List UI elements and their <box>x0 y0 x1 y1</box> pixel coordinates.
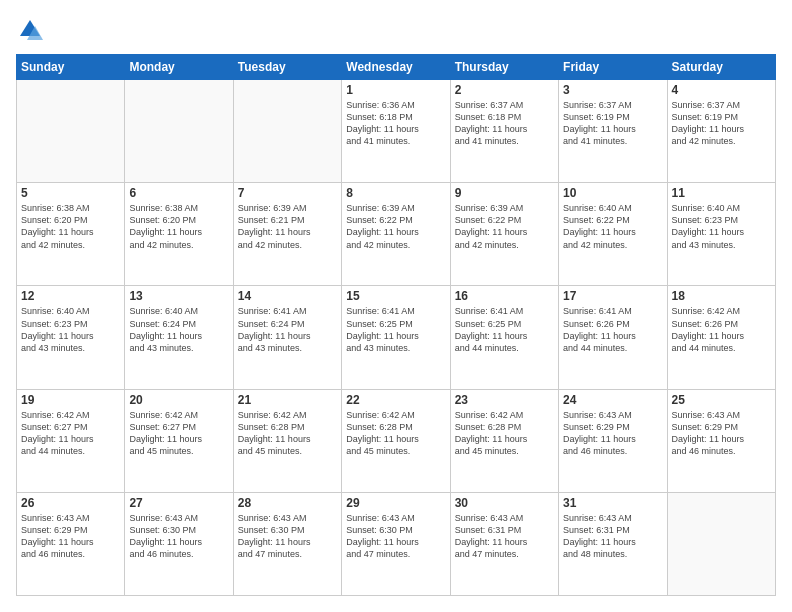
day-info: Sunrise: 6:40 AM Sunset: 6:24 PM Dayligh… <box>129 305 228 354</box>
calendar-cell: 17Sunrise: 6:41 AM Sunset: 6:26 PM Dayli… <box>559 286 667 389</box>
day-info: Sunrise: 6:36 AM Sunset: 6:18 PM Dayligh… <box>346 99 445 148</box>
day-number: 13 <box>129 289 228 303</box>
calendar-cell: 15Sunrise: 6:41 AM Sunset: 6:25 PM Dayli… <box>342 286 450 389</box>
calendar-cell: 20Sunrise: 6:42 AM Sunset: 6:27 PM Dayli… <box>125 389 233 492</box>
day-number: 7 <box>238 186 337 200</box>
calendar-week-4: 19Sunrise: 6:42 AM Sunset: 6:27 PM Dayli… <box>17 389 776 492</box>
calendar-cell: 26Sunrise: 6:43 AM Sunset: 6:29 PM Dayli… <box>17 492 125 595</box>
day-info: Sunrise: 6:42 AM Sunset: 6:26 PM Dayligh… <box>672 305 771 354</box>
calendar-table: SundayMondayTuesdayWednesdayThursdayFrid… <box>16 54 776 596</box>
day-number: 27 <box>129 496 228 510</box>
day-info: Sunrise: 6:39 AM Sunset: 6:22 PM Dayligh… <box>346 202 445 251</box>
calendar-cell: 4Sunrise: 6:37 AM Sunset: 6:19 PM Daylig… <box>667 80 775 183</box>
calendar-week-5: 26Sunrise: 6:43 AM Sunset: 6:29 PM Dayli… <box>17 492 776 595</box>
calendar-cell: 29Sunrise: 6:43 AM Sunset: 6:30 PM Dayli… <box>342 492 450 595</box>
calendar-cell: 27Sunrise: 6:43 AM Sunset: 6:30 PM Dayli… <box>125 492 233 595</box>
logo-icon <box>16 16 44 44</box>
calendar-cell: 7Sunrise: 6:39 AM Sunset: 6:21 PM Daylig… <box>233 183 341 286</box>
calendar-cell: 21Sunrise: 6:42 AM Sunset: 6:28 PM Dayli… <box>233 389 341 492</box>
day-number: 15 <box>346 289 445 303</box>
day-info: Sunrise: 6:42 AM Sunset: 6:28 PM Dayligh… <box>455 409 554 458</box>
calendar-cell: 14Sunrise: 6:41 AM Sunset: 6:24 PM Dayli… <box>233 286 341 389</box>
day-info: Sunrise: 6:43 AM Sunset: 6:31 PM Dayligh… <box>563 512 662 561</box>
day-info: Sunrise: 6:43 AM Sunset: 6:29 PM Dayligh… <box>672 409 771 458</box>
day-number: 18 <box>672 289 771 303</box>
calendar-cell: 30Sunrise: 6:43 AM Sunset: 6:31 PM Dayli… <box>450 492 558 595</box>
day-number: 16 <box>455 289 554 303</box>
page: SundayMondayTuesdayWednesdayThursdayFrid… <box>0 0 792 612</box>
day-number: 11 <box>672 186 771 200</box>
day-info: Sunrise: 6:38 AM Sunset: 6:20 PM Dayligh… <box>129 202 228 251</box>
calendar-cell: 24Sunrise: 6:43 AM Sunset: 6:29 PM Dayli… <box>559 389 667 492</box>
calendar-cell: 5Sunrise: 6:38 AM Sunset: 6:20 PM Daylig… <box>17 183 125 286</box>
day-info: Sunrise: 6:43 AM Sunset: 6:30 PM Dayligh… <box>238 512 337 561</box>
day-number: 19 <box>21 393 120 407</box>
calendar-cell <box>17 80 125 183</box>
day-info: Sunrise: 6:41 AM Sunset: 6:25 PM Dayligh… <box>455 305 554 354</box>
day-number: 29 <box>346 496 445 510</box>
day-number: 4 <box>672 83 771 97</box>
day-info: Sunrise: 6:40 AM Sunset: 6:23 PM Dayligh… <box>21 305 120 354</box>
calendar-cell: 3Sunrise: 6:37 AM Sunset: 6:19 PM Daylig… <box>559 80 667 183</box>
day-info: Sunrise: 6:43 AM Sunset: 6:29 PM Dayligh… <box>21 512 120 561</box>
day-number: 20 <box>129 393 228 407</box>
calendar-cell: 19Sunrise: 6:42 AM Sunset: 6:27 PM Dayli… <box>17 389 125 492</box>
day-number: 24 <box>563 393 662 407</box>
weekday-header-thursday: Thursday <box>450 55 558 80</box>
day-number: 31 <box>563 496 662 510</box>
calendar-cell: 9Sunrise: 6:39 AM Sunset: 6:22 PM Daylig… <box>450 183 558 286</box>
calendar-cell <box>667 492 775 595</box>
calendar-cell: 16Sunrise: 6:41 AM Sunset: 6:25 PM Dayli… <box>450 286 558 389</box>
calendar-cell: 11Sunrise: 6:40 AM Sunset: 6:23 PM Dayli… <box>667 183 775 286</box>
calendar-cell <box>233 80 341 183</box>
calendar-cell: 6Sunrise: 6:38 AM Sunset: 6:20 PM Daylig… <box>125 183 233 286</box>
day-info: Sunrise: 6:39 AM Sunset: 6:21 PM Dayligh… <box>238 202 337 251</box>
weekday-header-saturday: Saturday <box>667 55 775 80</box>
calendar-cell: 23Sunrise: 6:42 AM Sunset: 6:28 PM Dayli… <box>450 389 558 492</box>
calendar-cell: 18Sunrise: 6:42 AM Sunset: 6:26 PM Dayli… <box>667 286 775 389</box>
calendar-cell: 1Sunrise: 6:36 AM Sunset: 6:18 PM Daylig… <box>342 80 450 183</box>
day-number: 9 <box>455 186 554 200</box>
day-number: 28 <box>238 496 337 510</box>
day-number: 23 <box>455 393 554 407</box>
day-number: 22 <box>346 393 445 407</box>
weekday-header-row: SundayMondayTuesdayWednesdayThursdayFrid… <box>17 55 776 80</box>
day-info: Sunrise: 6:43 AM Sunset: 6:30 PM Dayligh… <box>346 512 445 561</box>
day-info: Sunrise: 6:43 AM Sunset: 6:31 PM Dayligh… <box>455 512 554 561</box>
day-info: Sunrise: 6:41 AM Sunset: 6:25 PM Dayligh… <box>346 305 445 354</box>
day-info: Sunrise: 6:39 AM Sunset: 6:22 PM Dayligh… <box>455 202 554 251</box>
day-number: 5 <box>21 186 120 200</box>
day-info: Sunrise: 6:42 AM Sunset: 6:27 PM Dayligh… <box>129 409 228 458</box>
calendar-week-3: 12Sunrise: 6:40 AM Sunset: 6:23 PM Dayli… <box>17 286 776 389</box>
logo <box>16 16 48 44</box>
day-info: Sunrise: 6:42 AM Sunset: 6:28 PM Dayligh… <box>238 409 337 458</box>
calendar-cell <box>125 80 233 183</box>
calendar-week-2: 5Sunrise: 6:38 AM Sunset: 6:20 PM Daylig… <box>17 183 776 286</box>
weekday-header-monday: Monday <box>125 55 233 80</box>
day-info: Sunrise: 6:41 AM Sunset: 6:24 PM Dayligh… <box>238 305 337 354</box>
day-number: 26 <box>21 496 120 510</box>
calendar-cell: 12Sunrise: 6:40 AM Sunset: 6:23 PM Dayli… <box>17 286 125 389</box>
day-number: 3 <box>563 83 662 97</box>
header <box>16 16 776 44</box>
day-number: 30 <box>455 496 554 510</box>
weekday-header-friday: Friday <box>559 55 667 80</box>
calendar-cell: 31Sunrise: 6:43 AM Sunset: 6:31 PM Dayli… <box>559 492 667 595</box>
calendar-cell: 13Sunrise: 6:40 AM Sunset: 6:24 PM Dayli… <box>125 286 233 389</box>
day-info: Sunrise: 6:43 AM Sunset: 6:30 PM Dayligh… <box>129 512 228 561</box>
day-info: Sunrise: 6:43 AM Sunset: 6:29 PM Dayligh… <box>563 409 662 458</box>
day-info: Sunrise: 6:40 AM Sunset: 6:23 PM Dayligh… <box>672 202 771 251</box>
weekday-header-sunday: Sunday <box>17 55 125 80</box>
day-info: Sunrise: 6:41 AM Sunset: 6:26 PM Dayligh… <box>563 305 662 354</box>
day-number: 1 <box>346 83 445 97</box>
calendar-cell: 2Sunrise: 6:37 AM Sunset: 6:18 PM Daylig… <box>450 80 558 183</box>
day-info: Sunrise: 6:37 AM Sunset: 6:19 PM Dayligh… <box>563 99 662 148</box>
calendar-week-1: 1Sunrise: 6:36 AM Sunset: 6:18 PM Daylig… <box>17 80 776 183</box>
weekday-header-tuesday: Tuesday <box>233 55 341 80</box>
calendar-cell: 10Sunrise: 6:40 AM Sunset: 6:22 PM Dayli… <box>559 183 667 286</box>
calendar-cell: 25Sunrise: 6:43 AM Sunset: 6:29 PM Dayli… <box>667 389 775 492</box>
day-number: 17 <box>563 289 662 303</box>
day-info: Sunrise: 6:37 AM Sunset: 6:19 PM Dayligh… <box>672 99 771 148</box>
day-info: Sunrise: 6:40 AM Sunset: 6:22 PM Dayligh… <box>563 202 662 251</box>
day-number: 25 <box>672 393 771 407</box>
